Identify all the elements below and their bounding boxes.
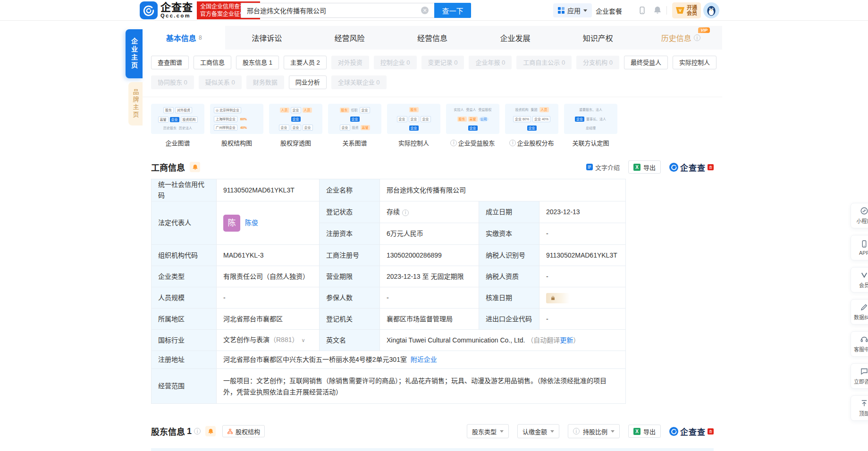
field-value: 存续i bbox=[380, 201, 479, 223]
info-icon: i bbox=[694, 34, 700, 41]
anchor-button[interactable]: 工商信息 bbox=[194, 56, 231, 69]
info-icon: i bbox=[450, 140, 457, 146]
anchor-button[interactable]: 实际控制人 bbox=[673, 56, 716, 69]
enterprise-package-link[interactable]: 企业套餐 bbox=[596, 6, 622, 16]
excel-icon: X bbox=[633, 428, 640, 435]
apps-menu[interactable]: 应用 bbox=[553, 3, 592, 17]
tab-legal-proceedings[interactable]: 法律诉讼 bbox=[225, 26, 308, 50]
thumbnail-row: 企业 bbox=[507, 125, 556, 131]
org-chart-icon bbox=[227, 428, 233, 434]
tab-operating-info[interactable]: 经营信息 bbox=[391, 26, 473, 50]
tab-label: 基本信息 bbox=[166, 32, 196, 43]
info-icon[interactable]: i bbox=[194, 428, 201, 434]
thumbnail-node: 上海样例企业 bbox=[214, 116, 237, 122]
anchor-button: 工商自主公示 0 bbox=[516, 56, 572, 69]
graph-card[interactable]: 人员企业人员企业企业企业企业股权穿透图 bbox=[269, 104, 322, 147]
back-to-top-icon bbox=[860, 399, 868, 408]
graph-card[interactable]: 股东企业企业企业企业实际控制人 bbox=[387, 104, 440, 147]
notification-bell-icon[interactable] bbox=[653, 6, 662, 17]
field-value: - bbox=[539, 266, 626, 287]
mobile-app-icon[interactable] bbox=[638, 6, 646, 17]
legal-rep-link[interactable]: 陈俊 bbox=[245, 217, 258, 228]
thumbnail-node: 企业 bbox=[291, 125, 301, 131]
equity-structure-button[interactable]: 股权结构 bbox=[222, 425, 265, 437]
qcc-company-page: 企查查 Qcc.com 全国企业信用查询系统 官方备案企业征信机构 ✕ 查一下 … bbox=[0, 0, 868, 451]
thumbnail-node: 任职 bbox=[351, 108, 358, 113]
anchor-button[interactable]: 同业分析 bbox=[289, 75, 327, 89]
shareholders-tools: 股东类型认缴金额i持股比例 X 导出 企查查 查 bbox=[467, 424, 714, 438]
graph-card-label-text: 股权结构图 bbox=[221, 138, 252, 147]
toolbar-item-back-to-top[interactable]: 顶部 bbox=[851, 395, 868, 421]
thumbnail-node: 企业 bbox=[340, 125, 350, 131]
anchor-button[interactable]: 主要人员 2 bbox=[284, 56, 327, 69]
business-info-table: 统一社会信用代码 91130502MAD61YKL3T 企业名称 邢台途炜文化传… bbox=[151, 179, 626, 404]
service-center-icon bbox=[860, 335, 868, 343]
toolbar-item-vip[interactable]: 会员 bbox=[851, 267, 868, 292]
anchor-button[interactable]: 股东信息 1 bbox=[236, 56, 279, 69]
field-value: 一般项目：文艺创作；互联网销售（除销售需要许可的商品）；礼品花卉销售；玩具、动漫… bbox=[217, 369, 626, 404]
section-title: 股东信息 bbox=[151, 425, 185, 437]
field-value: 文艺创作与表演（R881）∨ bbox=[217, 330, 320, 351]
dropdown-认缴金额[interactable]: 认缴金额 bbox=[517, 424, 559, 438]
toolbar-item-data-correction[interactable]: 数据纠错 bbox=[851, 299, 868, 325]
toolbar-item-miniprogram[interactable]: 小程序 bbox=[851, 203, 868, 228]
graph-card[interactable]: 实控人受益人受益股权股东高管公司企业i企业受益股东 bbox=[446, 104, 499, 147]
section-tools: 文字介绍 X 导出 企查查 查 bbox=[586, 160, 714, 174]
toolbar-item-label: APP bbox=[859, 250, 868, 256]
locked-value[interactable] bbox=[546, 293, 570, 303]
subscribe-bell-icon[interactable] bbox=[205, 426, 216, 436]
tab-operating-risk[interactable]: 经营风险 bbox=[308, 26, 391, 50]
anchor-button[interactable]: 最终受益人 bbox=[624, 56, 668, 69]
toolbar-item-label: 顶部 bbox=[859, 409, 868, 417]
anchor-button: 财务数据 bbox=[246, 75, 284, 89]
graph-card[interactable]: 股东任职企业企业企业投资高管关系图谱 bbox=[328, 104, 381, 147]
dropdown-股东类型[interactable]: 股东类型 bbox=[467, 424, 509, 438]
thumbnail-row: 企业董事长、法人 bbox=[566, 117, 615, 122]
shareholders-table-header: 序号股东名称持股比例认缴出资额(万元)认缴出资日期首次持股日期 bbox=[151, 448, 714, 451]
export-button[interactable]: X 导出 bbox=[628, 425, 661, 438]
graph-card-thumbnail: 人员企业人员企业企业企业企业 bbox=[269, 104, 322, 134]
dropdown-持股比例[interactable]: i持股比例 bbox=[568, 424, 620, 438]
tab-label: 历史信息 bbox=[661, 32, 691, 43]
graph-card[interactable]: 投资机构集团人员企业 60%企业 40%企业i企业股权分布 bbox=[505, 104, 558, 147]
toolbar-item-service-center[interactable]: 客服中心 bbox=[851, 331, 868, 357]
open-vip-button[interactable]: V 开通会员 bbox=[672, 2, 701, 18]
thumbnail-node: 企业 40% bbox=[532, 116, 550, 122]
translate-update-link[interactable]: 更新 bbox=[560, 336, 573, 344]
graph-card-label: 关系图谱 bbox=[328, 138, 381, 147]
tab-basic-info[interactable]: 基本信息8 bbox=[143, 26, 225, 50]
export-button[interactable]: X 导出 bbox=[628, 160, 661, 174]
sidebar-tab-company-home[interactable]: 企业主页 bbox=[126, 29, 143, 78]
tab-company-development[interactable]: 企业发展 bbox=[474, 26, 556, 50]
text-intro-button[interactable]: 文字介绍 bbox=[586, 163, 620, 172]
user-avatar[interactable] bbox=[703, 2, 719, 18]
tab-intellectual-property[interactable]: 知识产权 bbox=[556, 26, 639, 50]
nearby-companies-link[interactable]: 附近企业 bbox=[411, 356, 437, 363]
chevron-down-icon[interactable]: ∨ bbox=[301, 337, 305, 343]
field-value: MAD61YKL-3 bbox=[217, 245, 320, 266]
thumbnail-node: 企业 60% bbox=[513, 116, 531, 122]
thumbnail-node: 企业 bbox=[468, 125, 478, 131]
field-value: 6万元人民币 bbox=[380, 223, 479, 245]
thumbnail-node: 企业 bbox=[397, 116, 407, 122]
shareholders-count: 1 bbox=[187, 426, 192, 436]
field-label: 所属地区 bbox=[152, 309, 217, 330]
graph-card[interactable]: 股东对外投资高管企业投资机构历史股东历史法人企业图谱 bbox=[151, 104, 204, 147]
tab-history-info[interactable]: 历史信息VIPi bbox=[640, 26, 722, 50]
anchor-button: 对外投资 bbox=[331, 56, 369, 69]
legal-rep-avatar[interactable]: 陈 bbox=[223, 215, 240, 232]
sidebar-tab-brand-home[interactable]: 品牌主页 bbox=[128, 82, 143, 125]
chevron-down-icon bbox=[583, 9, 587, 12]
graph-card-thumbnail: 股东对外投资高管企业投资机构历史股东历史法人 bbox=[151, 104, 204, 134]
tab-label: 法律诉讼 bbox=[252, 32, 282, 43]
anchor-button[interactable]: 查查图谱 bbox=[151, 56, 189, 69]
thumbnail-row: 股东高管公司 bbox=[448, 117, 497, 122]
toolbar-item-app[interactable]: APP bbox=[851, 235, 868, 260]
toolbar-item-consult[interactable]: 立即咨询 bbox=[851, 363, 868, 389]
field-label: 组织机构代码 bbox=[152, 245, 217, 266]
graph-card[interactable]: ◎ 北京样例企业上海样例企业60%广州样例企业40%股权结构图 bbox=[210, 104, 263, 147]
subscribe-bell-icon[interactable] bbox=[190, 162, 200, 172]
thumbnail-node: 投资 bbox=[352, 125, 359, 130]
graph-card[interactable]: 重要股东、法人企业董事长、法人总经理关联方认定图 bbox=[564, 104, 617, 147]
info-icon[interactable]: i bbox=[402, 209, 409, 216]
